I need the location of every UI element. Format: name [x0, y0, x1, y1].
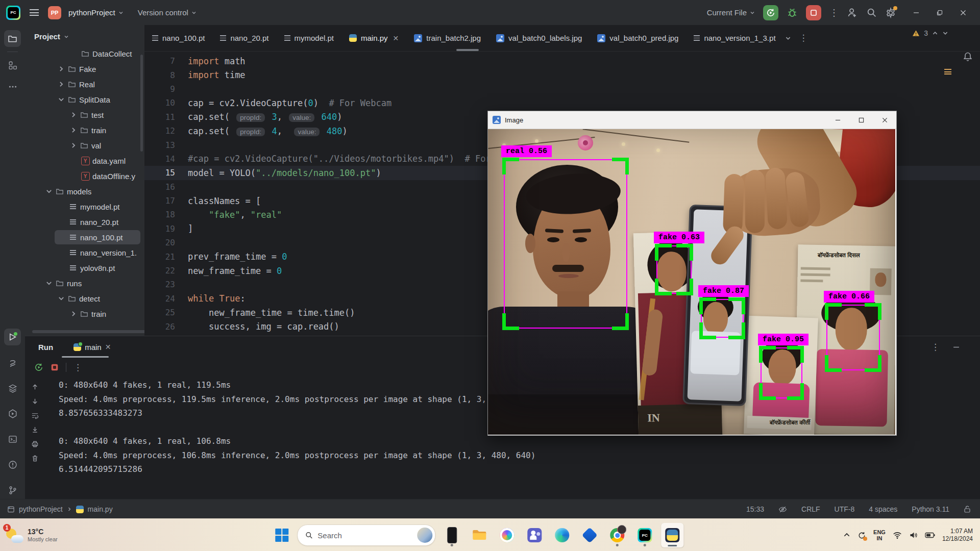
- close-tab-icon[interactable]: ✕: [393, 34, 399, 42]
- problems-tool-icon[interactable]: [4, 456, 21, 473]
- rerun-icon[interactable]: [34, 363, 43, 372]
- interpreter-widget[interactable]: Python 3.11: [912, 505, 949, 513]
- tree-item-real[interactable]: Real: [25, 77, 144, 92]
- taskbar-clock[interactable]: 1:07 AM 12/18/2024: [942, 528, 973, 543]
- tab-nano-20-pt[interactable]: nano_20.pt: [212, 25, 276, 51]
- window-minimize-button[interactable]: [904, 0, 928, 25]
- project-panel-header[interactable]: Project: [25, 25, 144, 46]
- taskbar-chrome[interactable]: [606, 523, 628, 547]
- tree-item-train-2[interactable]: train: [25, 306, 144, 321]
- wifi-icon[interactable]: [893, 531, 902, 539]
- taskbar-python-window-active[interactable]: [661, 523, 683, 547]
- tree-item-nano-100-pt-selected[interactable]: nano_100.pt: [25, 230, 144, 245]
- services-tool-icon[interactable]: [4, 380, 21, 396]
- python-packages-tool-icon[interactable]: [4, 354, 21, 371]
- add-user-icon[interactable]: [847, 7, 858, 18]
- image-window-titlebar[interactable]: Image: [488, 111, 896, 129]
- taskbar-app-dark[interactable]: [440, 523, 463, 547]
- inspections-widget[interactable]: 3: [912, 29, 948, 37]
- tab-options-kebab-icon[interactable]: ⋮: [799, 33, 808, 43]
- indent-widget[interactable]: 4 spaces: [869, 505, 897, 513]
- tree-item-nano-version-pt[interactable]: nano_version_1.: [25, 245, 144, 260]
- language-indicator[interactable]: ENG IN: [873, 529, 886, 541]
- prev-problem-chevron-up-icon[interactable]: [932, 30, 938, 36]
- tab-val-batch0-pred-jpg[interactable]: val_batch0_pred.jpg: [590, 25, 686, 51]
- line-separator-widget[interactable]: CRLF: [801, 505, 820, 513]
- more-tools-icon[interactable]: [4, 78, 21, 95]
- start-button[interactable]: [272, 525, 292, 545]
- tab-main-py[interactable]: main.py✕: [341, 25, 406, 51]
- scroll-to-end-icon[interactable]: [31, 426, 39, 434]
- image-window-minimize-button[interactable]: [826, 111, 849, 129]
- tab-nano-100-pt[interactable]: nano_100.pt: [144, 25, 212, 51]
- structure-tool-icon[interactable]: [4, 57, 21, 73]
- tree-item-data-yaml[interactable]: Ydata.yaml: [25, 153, 144, 168]
- taskbar-edge[interactable]: [551, 523, 573, 547]
- window-close-button[interactable]: [951, 0, 975, 25]
- tree-item-nano-20-pt[interactable]: nano_20.pt: [25, 214, 144, 230]
- tree-item-mymodel-pt[interactable]: mymodel.pt: [25, 199, 144, 214]
- up-stack-trace-icon[interactable]: [31, 383, 39, 391]
- project-vertical-scrollbar[interactable]: [140, 55, 143, 152]
- taskbar-pycharm[interactable]: PC: [633, 523, 656, 547]
- stop-button[interactable]: [806, 5, 821, 20]
- more-actions-kebab-icon[interactable]: ⋮: [829, 7, 839, 18]
- image-window-close-button[interactable]: [873, 111, 896, 129]
- tab-train-batch2-jpg[interactable]: train_batch2.jpg: [406, 25, 488, 51]
- stop-icon[interactable]: [51, 363, 59, 371]
- search-icon[interactable]: [866, 7, 877, 18]
- breadcrumb-project[interactable]: pythonProject: [19, 505, 63, 513]
- tree-item-runs[interactable]: runs: [25, 276, 144, 291]
- tab-val-batch0-labels-jpg[interactable]: val_batch0_labels.jpg: [488, 25, 590, 51]
- window-maximize-button[interactable]: [928, 0, 951, 25]
- run-configuration-selector[interactable]: Current File: [707, 8, 755, 17]
- tray-chevron-up-icon[interactable]: [843, 532, 850, 539]
- highlighted-lines-icon[interactable]: [944, 69, 951, 74]
- encoding-widget[interactable]: UTF-8: [835, 505, 855, 513]
- tree-item-dataoffline-yaml[interactable]: YdataOffline.y: [25, 168, 144, 184]
- vcs-menu[interactable]: Version control: [138, 8, 197, 17]
- run-tab-main[interactable]: main ✕: [74, 336, 111, 358]
- project-horizontal-scrollbar[interactable]: [32, 330, 145, 333]
- taskbar-search[interactable]: Search: [297, 524, 435, 546]
- python-console-tool-icon[interactable]: [4, 405, 21, 422]
- tab-mymodel-pt[interactable]: mymodel.pt: [277, 25, 342, 51]
- tree-item-train[interactable]: train: [25, 122, 144, 138]
- debug-button[interactable]: [787, 7, 798, 18]
- taskbar-copilot[interactable]: [496, 523, 518, 547]
- hide-panel-icon[interactable]: [953, 344, 960, 350]
- battery-icon[interactable]: [925, 532, 935, 539]
- volume-icon[interactable]: [909, 531, 918, 539]
- project-selector[interactable]: pythonProject: [68, 8, 124, 17]
- project-tool-icon[interactable]: [4, 30, 21, 47]
- tree-item-detect[interactable]: detect: [25, 291, 144, 306]
- tab-scrollbar[interactable]: [456, 49, 479, 51]
- tree-item-fake[interactable]: Fake: [25, 61, 144, 77]
- image-window-maximize-button[interactable]: [849, 111, 873, 129]
- taskbar-blue-app[interactable]: [578, 523, 601, 547]
- chevron-down-icon[interactable]: [785, 35, 791, 41]
- run-tool-icon[interactable]: [4, 329, 21, 345]
- settings-gear-icon[interactable]: [885, 7, 896, 18]
- terminal-tool-icon[interactable]: [4, 431, 21, 447]
- console-options-kebab-icon[interactable]: ⋮: [74, 362, 82, 373]
- tree-item-test[interactable]: test: [25, 107, 144, 122]
- taskbar-file-explorer[interactable]: [468, 523, 491, 547]
- clear-console-trash-icon[interactable]: [31, 455, 39, 462]
- print-icon[interactable]: [31, 440, 39, 448]
- rerun-button[interactable]: [763, 5, 778, 20]
- next-problem-chevron-down-icon[interactable]: [942, 30, 948, 36]
- opencv-image-window[interactable]: Image: [487, 111, 897, 436]
- caret-position[interactable]: 15:33: [746, 505, 764, 513]
- weather-widget[interactable]: 1 13°C Mostly clear: [0, 527, 117, 544]
- tree-item-splitdata[interactable]: SplitData: [25, 92, 144, 107]
- project-widget-icon[interactable]: [7, 506, 15, 513]
- run-panel-options-kebab-icon[interactable]: ⋮: [931, 342, 940, 353]
- notifications-bell-icon[interactable]: [963, 52, 973, 62]
- down-stack-trace-icon[interactable]: [31, 397, 39, 405]
- onedrive-sync-icon[interactable]: [857, 531, 866, 540]
- soft-wrap-icon[interactable]: [31, 412, 39, 419]
- tree-item-val[interactable]: val: [25, 138, 144, 153]
- unlocked-icon[interactable]: [964, 505, 971, 513]
- main-menu-icon[interactable]: [28, 7, 41, 18]
